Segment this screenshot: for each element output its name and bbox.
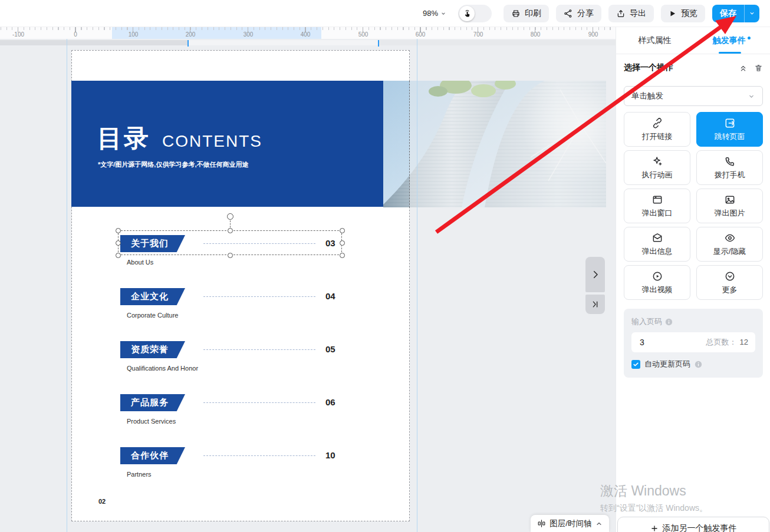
- plus-icon: [650, 524, 659, 532]
- top-toolbar: 98% 印刷 分享 导出 预览 保存: [0, 0, 770, 27]
- scrollbar-thumb[interactable]: [0, 40, 187, 45]
- page-number-input-wrap: 总页数：12: [631, 332, 755, 352]
- preview-button[interactable]: 预览: [661, 5, 705, 22]
- chevron-right-icon: [590, 269, 601, 280]
- zoom-level-control[interactable]: 98%: [423, 9, 446, 18]
- resize-handle-n[interactable]: [228, 228, 233, 233]
- horizontal-scrollbar[interactable]: [0, 40, 616, 45]
- action-popup-video[interactable]: 弹出视频: [624, 265, 690, 300]
- right-panel: 样式属性 触发事件 选择一个操作 单击触发: [616, 27, 770, 532]
- jump-page-icon: [724, 117, 736, 129]
- action-popup-window[interactable]: 弹出窗口: [624, 189, 690, 223]
- app-root: 98% 印刷 分享 导出 预览 保存: [0, 0, 770, 532]
- toc-item-corporate-culture[interactable]: 企业文化 04 Corporate Culture: [120, 288, 344, 329]
- action-show-hide[interactable]: 显示/隐藏: [696, 227, 763, 262]
- last-page-button[interactable]: [585, 295, 605, 314]
- action-open-link[interactable]: 打开链接: [624, 112, 690, 147]
- touch-icon: [459, 6, 475, 21]
- ruler-label: 600: [416, 31, 426, 38]
- save-button[interactable]: 保存: [712, 5, 744, 22]
- slide-title: 目录 CONTENTS: [97, 122, 262, 155]
- action-more[interactable]: 更多: [696, 265, 763, 300]
- ruler-label: 700: [473, 31, 483, 38]
- selection-box[interactable]: [118, 230, 342, 255]
- print-button[interactable]: 印刷: [504, 5, 549, 22]
- layers-timeline-button[interactable]: 图层/时间轴: [531, 515, 609, 532]
- action-popup-message[interactable]: 弹出信息: [624, 227, 690, 262]
- editor-canvas[interactable]: 目录 CONTENTS *文字/图片源于网络,仅供学习参考,不做任何商业用途: [0, 39, 616, 532]
- action-jump-page[interactable]: 跳转页面: [696, 112, 763, 147]
- resize-handle-sw[interactable]: [116, 253, 121, 258]
- add-trigger-button[interactable]: 添加另一个触发事件: [617, 517, 769, 532]
- page-number-input[interactable]: [639, 337, 692, 348]
- ruler-label: -100: [12, 31, 24, 38]
- ruler-label: 300: [243, 31, 254, 38]
- eye-icon: [724, 232, 736, 244]
- panel-tabs: 样式属性 触发事件: [616, 27, 770, 54]
- zoom-value: 98%: [423, 9, 438, 18]
- collapse-icon: [595, 520, 603, 527]
- toc-subtitle: Corporate Culture: [127, 312, 178, 319]
- resize-handle-nw[interactable]: [116, 228, 121, 233]
- auto-update-checkbox[interactable]: 自动更新页码: [631, 359, 755, 369]
- video-icon: [651, 270, 663, 282]
- image-icon: [724, 194, 736, 206]
- slide-title-zh: 目录: [97, 122, 150, 155]
- chevron-down-icon: [440, 11, 446, 16]
- slide-header-banner[interactable]: 目录 CONTENTS *文字/图片源于网络,仅供学习参考,不做任何商业用途: [71, 81, 383, 207]
- tab-trigger-events[interactable]: 触发事件: [693, 27, 770, 54]
- toc-page-number: 04: [325, 291, 335, 301]
- link-icon: [651, 117, 663, 129]
- action-run-animation[interactable]: 执行动画: [624, 150, 690, 185]
- toc-subtitle: Qualifications And Honor: [127, 365, 198, 372]
- slide-page-number: 02: [98, 498, 106, 505]
- play-icon: [669, 9, 677, 18]
- window-icon: [651, 194, 663, 206]
- action-popup-image[interactable]: 弹出图片: [696, 189, 763, 223]
- total-pages: 总页数：12: [706, 337, 748, 348]
- chevron-right-bar-icon: [591, 300, 600, 309]
- page-number-card: 输入页码 总页数：12 自动更新页码: [624, 309, 763, 378]
- resize-handle-w[interactable]: [116, 240, 121, 246]
- save-split-button: 保存: [712, 5, 759, 22]
- chevron-down-icon: [748, 92, 755, 100]
- more-icon: [724, 270, 736, 282]
- info-icon: [695, 361, 702, 368]
- toc-item-qualifications[interactable]: 资质荣誉 05 Qualifications And Honor: [120, 341, 344, 382]
- next-page-button[interactable]: [585, 257, 605, 292]
- toc-item-product-services[interactable]: 产品服务 06 Product Services: [120, 394, 344, 435]
- toc-item-partners[interactable]: 合作伙伴 10 Partners: [120, 447, 344, 488]
- checkbox-checked-icon: [631, 360, 640, 369]
- action-grid: 打开链接 跳转页面 执行动画 拨打手机 弹出窗口 弹出图片: [624, 112, 763, 300]
- toc-flag: 合作伙伴: [120, 447, 185, 464]
- ruler-label: 500: [358, 31, 368, 38]
- save-dropdown-button[interactable]: [744, 5, 759, 22]
- page-guide-left: [67, 39, 67, 532]
- share-button[interactable]: 分享: [556, 5, 601, 22]
- collapse-all-icon[interactable]: [739, 64, 748, 72]
- ruler-label: 200: [186, 31, 196, 38]
- resize-handle-s[interactable]: [228, 253, 233, 258]
- export-button[interactable]: 导出: [608, 5, 654, 22]
- printer-icon: [511, 9, 521, 18]
- resize-handle-e[interactable]: [340, 240, 345, 246]
- toc-flag: 资质荣誉: [120, 341, 185, 358]
- horizontal-ruler: -100 0 100 200 300 400 500 600 700 800 9…: [0, 27, 616, 39]
- tab-style-properties[interactable]: 样式属性: [616, 27, 693, 54]
- rotate-handle[interactable]: [227, 213, 233, 220]
- phone-icon: [724, 156, 736, 167]
- resize-handle-se[interactable]: [340, 253, 345, 258]
- resize-handle-ne[interactable]: [340, 228, 345, 233]
- unsaved-dot: [748, 37, 751, 39]
- toc-subtitle: Partners: [127, 471, 152, 478]
- layers-timeline-icon: [537, 519, 546, 528]
- toc-flag: 企业文化: [120, 288, 185, 305]
- ruler-label: 100: [129, 31, 139, 38]
- ruler-label: 800: [531, 31, 541, 38]
- trigger-type-select[interactable]: 单击触发: [624, 86, 763, 106]
- action-call-phone[interactable]: 拨打手机: [696, 150, 763, 185]
- trash-icon[interactable]: [754, 64, 763, 72]
- slide-title-en: CONTENTS: [162, 132, 262, 151]
- touch-mode-toggle[interactable]: [458, 5, 492, 22]
- ruler-label: 0: [74, 31, 77, 38]
